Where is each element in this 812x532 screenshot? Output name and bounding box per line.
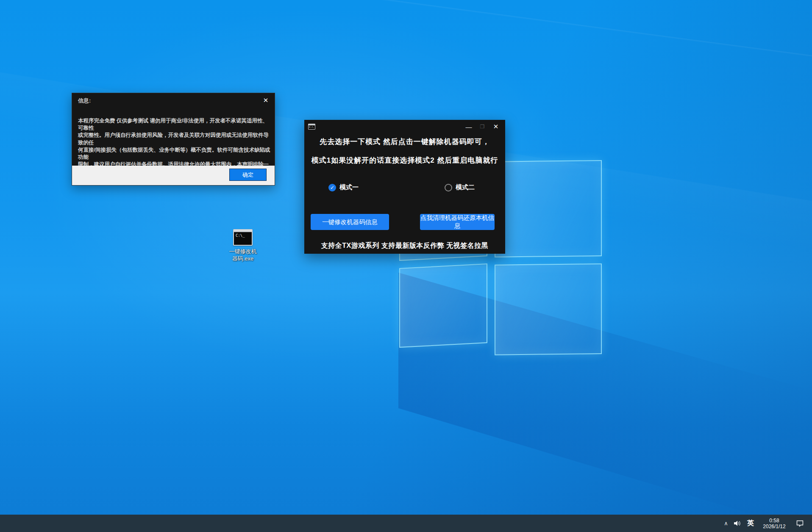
- machine-code-tool-window: C:\ — ❐ ✕ 先去选择一下模式 然后点击一键解除机器码即可， 模式1如果没…: [304, 120, 505, 254]
- desktop-icon-label: 一键修改机 器码.exe: [220, 248, 265, 262]
- modify-machine-code-button[interactable]: 一键修改机器码信息: [311, 214, 389, 230]
- dialog-footer: 确定: [72, 166, 275, 185]
- close-icon[interactable]: ✕: [489, 120, 503, 133]
- instruction-line-2: 模式1如果没解开的话直接选择模式2 然后重启电脑就行: [304, 155, 505, 165]
- windows-logo-pane: [495, 263, 602, 355]
- radio-mode-1[interactable]: ✓ 模式一: [328, 183, 359, 191]
- close-icon[interactable]: ✕: [261, 96, 270, 105]
- cmd-icon-prompt-text: C:\_: [236, 234, 245, 238]
- clock-date: 2026/1/12: [763, 524, 785, 529]
- radio-checked-icon[interactable]: ✓: [328, 184, 336, 191]
- instruction-line-1: 先去选择一下模式 然后点击一键解除机器码即可，: [304, 137, 505, 147]
- light-ray: [0, 0, 812, 72]
- window-controls: — ❐ ✕: [462, 120, 503, 133]
- cmd-icon-titlebar: [234, 230, 252, 232]
- cmd-prompt-icon: C:\_: [233, 229, 253, 246]
- app-cmd-icon-text: C:\: [309, 126, 314, 128]
- input-language-indicator[interactable]: 英: [743, 515, 758, 532]
- hidden-icons-chevron-icon[interactable]: ∧: [720, 515, 731, 532]
- desktop-icon-exe[interactable]: C:\_ 一键修改机 器码.exe: [220, 229, 265, 262]
- radio-mode-1-label: 模式一: [339, 183, 359, 191]
- radio-mode-2-label: 模式二: [456, 183, 475, 191]
- action-buttons: 一键修改机器码信息 点我清理机器码还原本机信息: [304, 214, 505, 230]
- volume-icon[interactable]: [731, 515, 743, 532]
- radio-unchecked-icon[interactable]: [445, 184, 452, 191]
- windows-logo-pane: [399, 263, 487, 348]
- system-tray: ∧ 英 0:58 2026/1/12: [720, 515, 812, 532]
- radio-mode-2[interactable]: 模式二: [445, 183, 475, 191]
- clean-restore-button[interactable]: 点我清理机器码还原本机信息: [420, 214, 495, 230]
- taskbar[interactable]: ∧ 英 0:58 2026/1/12: [0, 515, 812, 532]
- ok-button[interactable]: 确定: [229, 169, 267, 181]
- clock-time: 0:58: [769, 518, 779, 524]
- info-dialog: 信息: ✕ 本程序完全免费 仅供参考测试 请勿用于商业/非法使用，开发者不承诺其…: [72, 93, 275, 186]
- clock[interactable]: 0:58 2026/1/12: [758, 515, 791, 532]
- dialog-title: 信息:: [78, 97, 91, 105]
- app-cmd-icon: C:\: [308, 124, 315, 130]
- support-note: 支持全TX游戏系列 支持最新版本反作弊 无视签名拉黑: [304, 241, 505, 250]
- action-center-icon[interactable]: [791, 515, 809, 532]
- windows-logo-pane: [495, 160, 602, 258]
- titlebar[interactable]: C:\ — ❐ ✕: [304, 120, 505, 133]
- desktop-wallpaper: [0, 0, 812, 532]
- mode-selector: ✓ 模式一 模式二: [304, 183, 505, 194]
- minimize-icon[interactable]: —: [462, 120, 476, 133]
- maximize-icon[interactable]: ❐: [476, 120, 489, 133]
